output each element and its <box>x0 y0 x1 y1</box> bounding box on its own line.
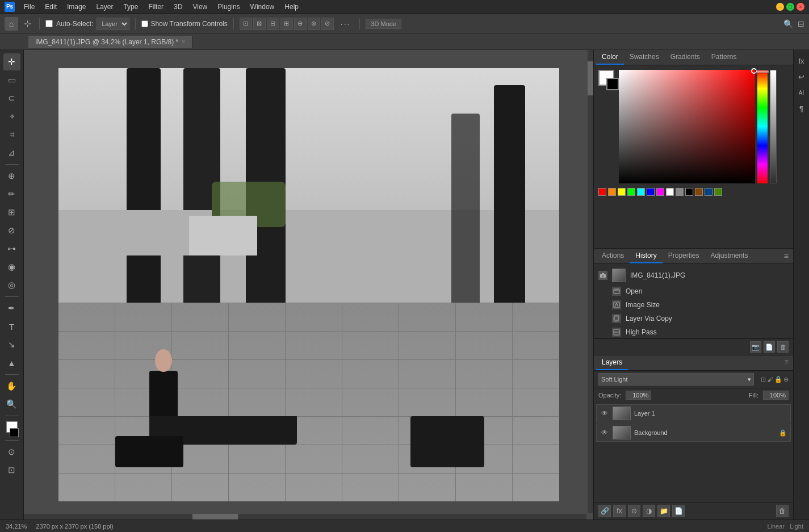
new-snapshot-button[interactable]: 📷 <box>750 341 761 353</box>
clone-tool[interactable]: ⊞ <box>3 204 20 221</box>
delete-layer-button[interactable]: 🗑 <box>776 505 789 517</box>
swatch-6[interactable] <box>656 188 664 196</box>
quick-mask-icon[interactable]: ⊙ <box>3 443 20 460</box>
ai-icon[interactable]: AI <box>795 86 808 99</box>
layer-2-visibility[interactable]: 👁 <box>600 428 609 437</box>
path-tool[interactable]: ↘ <box>3 336 20 353</box>
home-icon[interactable]: ⌂ <box>5 17 18 31</box>
lock-all-icon[interactable]: ⊕ <box>783 376 789 383</box>
menu-view[interactable]: View <box>188 2 212 12</box>
minimize-button[interactable]: – <box>776 3 784 11</box>
new-layer-button[interactable]: 📄 <box>672 505 685 517</box>
blur-tool[interactable]: ◉ <box>3 258 20 275</box>
horizontal-scrollbar[interactable] <box>24 514 586 520</box>
menu-layer[interactable]: Layer <box>91 2 118 12</box>
menu-help[interactable]: Help <box>280 2 303 12</box>
fx-button[interactable]: fx <box>795 55 808 67</box>
history-back-icon[interactable]: ↩ <box>795 70 808 83</box>
h-scrollbar-thumb[interactable] <box>192 514 238 520</box>
delete-history-button[interactable]: 🗑 <box>777 341 789 353</box>
history-item-highpass[interactable]: High Pass <box>594 325 793 338</box>
swatch-2[interactable] <box>618 188 626 196</box>
tab-gradients[interactable]: Gradients <box>665 50 706 65</box>
add-mask-button[interactable]: ⊙ <box>628 505 640 517</box>
menu-window[interactable]: Window <box>246 2 279 12</box>
link-layers-button[interactable]: 🔗 <box>598 505 611 517</box>
distribute-v-icon[interactable]: ⊗ <box>308 18 320 30</box>
tab-actions[interactable]: Actions <box>596 249 630 263</box>
lasso-tool[interactable]: ⊂ <box>3 90 20 107</box>
swatch-8[interactable] <box>676 188 684 196</box>
opacity-input[interactable] <box>626 391 651 400</box>
menu-filter[interactable]: Filter <box>144 2 168 12</box>
document-tab[interactable]: IMG_8411(1).JPG @ 34,2% (Layer 1, RGB/8)… <box>28 36 192 48</box>
new-doc-button[interactable]: 📄 <box>764 341 775 353</box>
spectrum-handle[interactable] <box>756 70 769 73</box>
marquee-tool[interactable]: ▭ <box>3 72 20 89</box>
new-group-button[interactable]: 📁 <box>657 505 670 517</box>
history-item-layerviacopy[interactable]: Layer Via Copy <box>594 312 793 325</box>
spectrum-bar[interactable] <box>757 70 768 183</box>
gradient-tool[interactable]: ⊶ <box>3 240 20 257</box>
more-button[interactable]: ··· <box>337 18 354 30</box>
tab-layers[interactable]: Layers <box>596 355 628 370</box>
eyedropper-tool[interactable]: ⊿ <box>3 144 20 161</box>
crop-tool[interactable]: ⌗ <box>3 126 20 143</box>
tab-close-button[interactable]: × <box>182 39 185 45</box>
align-center-icon[interactable]: ⊠ <box>253 18 266 30</box>
brush-tool[interactable]: ✏ <box>3 186 20 203</box>
distribute-h-icon[interactable]: ⊕ <box>294 18 307 30</box>
history-item-imagesize[interactable]: Image Size <box>594 298 793 312</box>
add-style-button[interactable]: fx <box>613 505 626 517</box>
layer-select[interactable]: Layer <box>97 18 129 30</box>
align-right-icon[interactable]: ⊟ <box>267 18 279 30</box>
menu-file[interactable]: File <box>19 2 39 12</box>
menu-edit[interactable]: Edit <box>40 2 61 12</box>
menu-3d[interactable]: 3D <box>169 2 187 12</box>
layer-1-visibility[interactable]: 👁 <box>600 409 609 418</box>
tab-adjustments[interactable]: Adjustments <box>705 249 753 263</box>
history-item-open[interactable]: Open <box>594 284 793 298</box>
hand-tool[interactable]: ✋ <box>3 378 20 395</box>
move-arrows-icon[interactable]: ⊹ <box>22 17 33 30</box>
layer-row-2[interactable]: 👁 Background 🔒 <box>596 424 791 442</box>
type-tool[interactable]: T <box>3 318 20 335</box>
swatch-5[interactable] <box>647 188 655 196</box>
tab-history[interactable]: History <box>630 249 662 263</box>
align-left-icon[interactable]: ⊡ <box>240 18 252 30</box>
menu-plugins[interactable]: Plugins <box>213 2 244 12</box>
swatch-10[interactable] <box>695 188 703 196</box>
zoom-tool[interactable]: 🔍 <box>3 396 20 413</box>
maximize-button[interactable]: □ <box>786 3 794 11</box>
lock-position-icon[interactable]: 🔒 <box>774 376 782 383</box>
search-icon[interactable]: 🔍 <box>783 19 793 28</box>
panel-menu-button[interactable]: ≡ <box>782 249 791 263</box>
swatch-4[interactable] <box>637 188 645 196</box>
layer-expand-btn[interactable]: ≡ <box>782 355 791 370</box>
opacity-bar[interactable] <box>770 70 777 183</box>
swatch-11[interactable] <box>705 188 712 196</box>
swatch-3[interactable] <box>627 188 635 196</box>
swatch-0[interactable] <box>598 188 606 196</box>
3d-mode-button[interactable]: 3D Mode <box>366 19 401 29</box>
tab-color[interactable]: Color <box>596 50 624 65</box>
layer-row-1[interactable]: 👁 Layer 1 <box>596 404 791 422</box>
arrange-icon[interactable]: ⊟ <box>798 19 804 28</box>
vertical-scrollbar[interactable] <box>588 50 593 513</box>
color-gradient-picker[interactable] <box>619 70 755 183</box>
fill-input[interactable] <box>763 391 789 400</box>
show-transform-checkbox[interactable] <box>141 20 148 27</box>
history-source[interactable]: IMG_8411(1).JPG <box>594 266 793 284</box>
auto-select-checkbox[interactable] <box>45 20 53 27</box>
background-swatch[interactable] <box>606 78 619 90</box>
eraser-tool[interactable]: ⊘ <box>3 222 20 239</box>
move-tool[interactable]: ✛ <box>3 53 20 70</box>
background-color[interactable] <box>10 428 19 437</box>
menu-image[interactable]: Image <box>62 2 90 12</box>
screen-mode-icon[interactable]: ⊡ <box>3 462 20 479</box>
distribute-all-icon[interactable]: ⊘ <box>321 18 334 30</box>
shape-tool[interactable]: ▲ <box>3 354 20 371</box>
dodge-tool[interactable]: ◎ <box>3 277 20 294</box>
swatch-1[interactable] <box>608 188 616 196</box>
menu-type[interactable]: Type <box>119 2 142 12</box>
